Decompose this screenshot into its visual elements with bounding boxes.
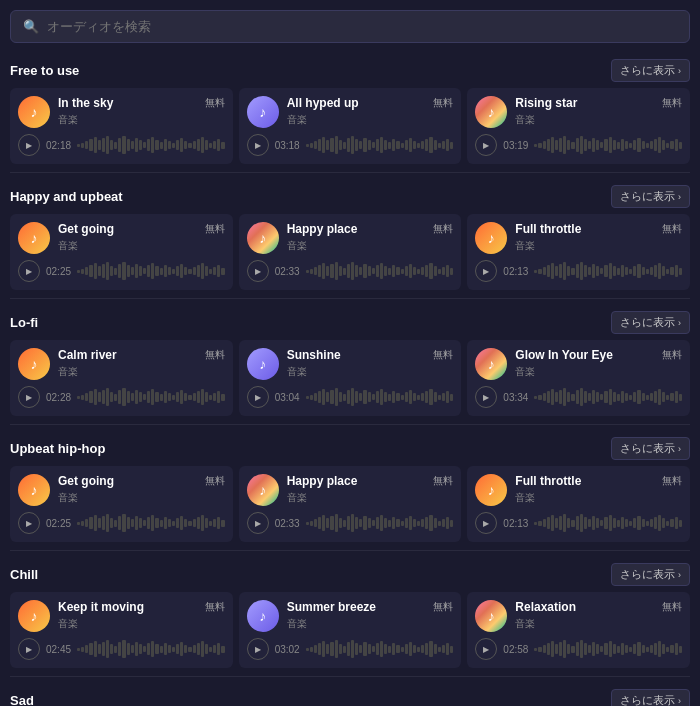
waveform	[77, 135, 225, 155]
play-button[interactable]: ▶	[247, 386, 269, 408]
waveform	[77, 513, 225, 533]
section-header: Happy and upbeatさらに表示 ›	[10, 177, 690, 214]
track-info: ♪Get going音楽	[18, 474, 114, 506]
track-text: Summer breeze音楽	[287, 600, 376, 631]
play-button[interactable]: ▶	[18, 134, 40, 156]
track-badge: 無料	[433, 96, 453, 110]
track-info: ♪Glow In Your Eye音楽	[475, 348, 613, 380]
track-card[interactable]: ♪All hyped up音楽無料▶03:18	[239, 88, 462, 164]
play-button[interactable]: ▶	[18, 386, 40, 408]
track-card[interactable]: ♪Rising star音楽無料▶03:19	[467, 88, 690, 164]
section-header: Free to useさらに表示 ›	[10, 51, 690, 88]
track-text: Happy place音楽	[287, 474, 358, 505]
show-more-button[interactable]: さらに表示 ›	[611, 185, 690, 208]
track-category: 音楽	[287, 617, 376, 631]
track-top: ♪Full throttle音楽無料	[475, 474, 682, 506]
track-card[interactable]: ♪Relaxation音楽無料▶02:58	[467, 592, 690, 668]
search-input[interactable]	[47, 19, 677, 34]
track-bottom: ▶02:33	[247, 512, 454, 534]
track-duration: 03:04	[275, 392, 300, 403]
track-card[interactable]: ♪Get going音楽無料▶02:25	[10, 466, 233, 542]
track-info: ♪Sunshine音楽	[247, 348, 341, 380]
track-card[interactable]: ♪In the sky音楽無料▶02:18	[10, 88, 233, 164]
play-button[interactable]: ▶	[247, 512, 269, 534]
track-text: Rising star音楽	[515, 96, 577, 127]
track-card[interactable]: ♪Full throttle音楽無料▶02:13	[467, 214, 690, 290]
play-button[interactable]: ▶	[18, 638, 40, 660]
track-duration: 03:02	[275, 644, 300, 655]
track-name: Keep it moving	[58, 600, 144, 616]
track-text: Happy place音楽	[287, 222, 358, 253]
track-duration: 03:18	[275, 140, 300, 151]
track-card[interactable]: ♪Get going音楽無料▶02:25	[10, 214, 233, 290]
show-more-button[interactable]: さらに表示 ›	[611, 311, 690, 334]
track-name: Sunshine	[287, 348, 341, 364]
track-bottom: ▶03:34	[475, 386, 682, 408]
track-name: Happy place	[287, 474, 358, 490]
track-duration: 02:33	[275, 518, 300, 529]
track-icon: ♪	[475, 474, 507, 506]
track-category: 音楽	[58, 113, 113, 127]
track-card[interactable]: ♪Happy place音楽無料▶02:33	[239, 466, 462, 542]
track-icon: ♪	[18, 600, 50, 632]
track-card[interactable]: ♪Sunshine音楽無料▶03:04	[239, 340, 462, 416]
track-icon: ♪	[475, 348, 507, 380]
show-more-button[interactable]: さらに表示 ›	[611, 437, 690, 460]
track-info: ♪In the sky音楽	[18, 96, 113, 128]
track-card[interactable]: ♪Keep it moving音楽無料▶02:45	[10, 592, 233, 668]
track-card[interactable]: ♪Glow In Your Eye音楽無料▶03:34	[467, 340, 690, 416]
track-bottom: ▶02:25	[18, 512, 225, 534]
track-badge: 無料	[205, 96, 225, 110]
waveform	[534, 639, 682, 659]
track-info: ♪Relaxation音楽	[475, 600, 576, 632]
play-button[interactable]: ▶	[247, 260, 269, 282]
section-header: Lo-fiさらに表示 ›	[10, 303, 690, 340]
track-top: ♪Sunshine音楽無料	[247, 348, 454, 380]
play-button[interactable]: ▶	[475, 638, 497, 660]
track-category: 音楽	[515, 239, 581, 253]
track-category: 音楽	[58, 239, 114, 253]
track-card[interactable]: ♪Summer breeze音楽無料▶03:02	[239, 592, 462, 668]
track-info: ♪Summer breeze音楽	[247, 600, 376, 632]
show-more-button[interactable]: さらに表示 ›	[611, 59, 690, 82]
play-button[interactable]: ▶	[247, 134, 269, 156]
track-top: ♪Calm river音楽無料	[18, 348, 225, 380]
track-bottom: ▶02:45	[18, 638, 225, 660]
divider	[10, 298, 690, 299]
track-category: 音楽	[287, 239, 358, 253]
section-title: Happy and upbeat	[10, 189, 123, 204]
waveform	[534, 261, 682, 281]
track-duration: 02:58	[503, 644, 528, 655]
section-title: Lo-fi	[10, 315, 38, 330]
track-info: ♪Keep it moving音楽	[18, 600, 144, 632]
track-top: ♪Happy place音楽無料	[247, 222, 454, 254]
play-button[interactable]: ▶	[18, 512, 40, 534]
section-sad: Sadさらに表示 ›	[0, 681, 700, 706]
track-card[interactable]: ♪Happy place音楽無料▶02:33	[239, 214, 462, 290]
play-button[interactable]: ▶	[247, 638, 269, 660]
track-top: ♪Keep it moving音楽無料	[18, 600, 225, 632]
play-button[interactable]: ▶	[475, 386, 497, 408]
track-info: ♪Happy place音楽	[247, 222, 358, 254]
track-text: Relaxation音楽	[515, 600, 576, 631]
show-more-button[interactable]: さらに表示 ›	[611, 563, 690, 586]
play-button[interactable]: ▶	[18, 260, 40, 282]
track-card[interactable]: ♪Full throttle音楽無料▶02:13	[467, 466, 690, 542]
track-card[interactable]: ♪Calm river音楽無料▶02:28	[10, 340, 233, 416]
track-duration: 02:28	[46, 392, 71, 403]
play-button[interactable]: ▶	[475, 260, 497, 282]
track-icon: ♪	[247, 600, 279, 632]
play-button[interactable]: ▶	[475, 134, 497, 156]
track-info: ♪All hyped up音楽	[247, 96, 359, 128]
search-bar[interactable]: 🔍	[10, 10, 690, 43]
track-badge: 無料	[433, 474, 453, 488]
waveform	[534, 387, 682, 407]
track-icon: ♪	[247, 222, 279, 254]
track-icon: ♪	[475, 96, 507, 128]
show-more-button[interactable]: さらに表示 ›	[611, 689, 690, 706]
track-name: Summer breeze	[287, 600, 376, 616]
tracks-grid: ♪Get going音楽無料▶02:25♪Happy place音楽無料▶02:…	[10, 214, 690, 290]
track-top: ♪Get going音楽無料	[18, 222, 225, 254]
play-button[interactable]: ▶	[475, 512, 497, 534]
search-icon: 🔍	[23, 19, 39, 34]
